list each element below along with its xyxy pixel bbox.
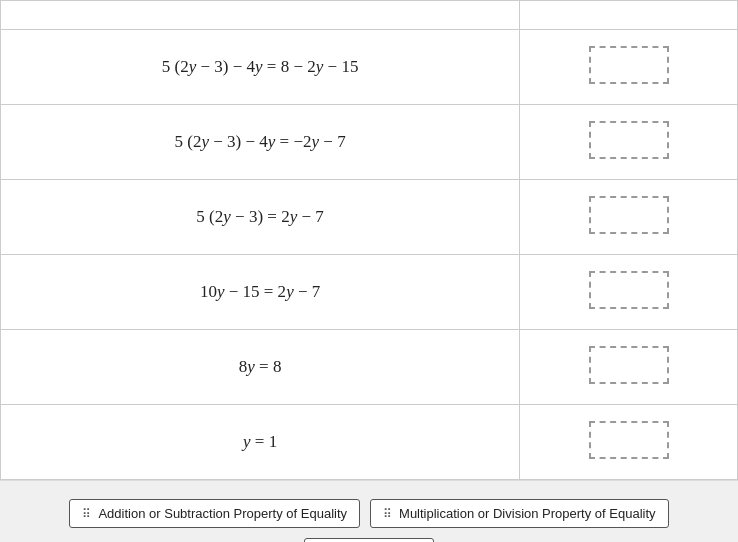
chip2[interactable]: ⠿Multiplication or Division Property of …	[370, 499, 669, 528]
drag-icon: ⠿	[82, 507, 92, 521]
justification-column-header	[520, 1, 738, 30]
drop-target-6[interactable]	[589, 421, 669, 459]
math-cell-3: 5 (2y − 3) = 2y − 7	[1, 180, 520, 255]
math-cell-2: 5 (2y − 3) − 4y = −2y − 7	[1, 105, 520, 180]
justification-cell-2[interactable]	[520, 105, 738, 180]
table-row: 5 (2y − 3) − 4y = 8 − 2y − 15	[1, 30, 738, 105]
justification-cell-6[interactable]	[520, 405, 738, 480]
drop-target-1[interactable]	[589, 46, 669, 84]
table-row: 5 (2y − 3) = 2y − 7	[1, 180, 738, 255]
math-cell-1: 5 (2y − 3) − 4y = 8 − 2y − 15	[1, 30, 520, 105]
table-row: 5 (2y − 3) − 4y = −2y − 7	[1, 105, 738, 180]
table-row: 8y = 8	[1, 330, 738, 405]
drop-target-4[interactable]	[589, 271, 669, 309]
chip2-label: Multiplication or Division Property of E…	[399, 506, 656, 521]
chip1-label: Addition or Subtraction Property of Equa…	[98, 506, 347, 521]
chip1[interactable]: ⠿Addition or Subtraction Property of Equ…	[69, 499, 360, 528]
drop-target-5[interactable]	[589, 346, 669, 384]
math-cell-5: 8y = 8	[1, 330, 520, 405]
justification-cell-3[interactable]	[520, 180, 738, 255]
chips-footer: ⠿Addition or Subtraction Property of Equ…	[0, 480, 738, 542]
math-cell-6: y = 1	[1, 405, 520, 480]
justification-cell-1[interactable]	[520, 30, 738, 105]
drop-target-2[interactable]	[589, 121, 669, 159]
justification-cell-4[interactable]	[520, 255, 738, 330]
math-table: 5 (2y − 3) − 4y = 8 − 2y − 155 (2y − 3) …	[0, 0, 738, 480]
math-cell-4: 10y − 15 = 2y − 7	[1, 255, 520, 330]
chip3[interactable]: ⠿Given Equation	[304, 538, 435, 542]
table-row: y = 1	[1, 405, 738, 480]
main-content: 5 (2y − 3) − 4y = 8 − 2y − 155 (2y − 3) …	[0, 0, 738, 480]
justification-cell-5[interactable]	[520, 330, 738, 405]
math-column-header	[1, 1, 520, 30]
table-row: 10y − 15 = 2y − 7	[1, 255, 738, 330]
drop-target-3[interactable]	[589, 196, 669, 234]
drag-icon: ⠿	[383, 507, 393, 521]
chips-row-1: ⠿Addition or Subtraction Property of Equ…	[20, 499, 718, 542]
